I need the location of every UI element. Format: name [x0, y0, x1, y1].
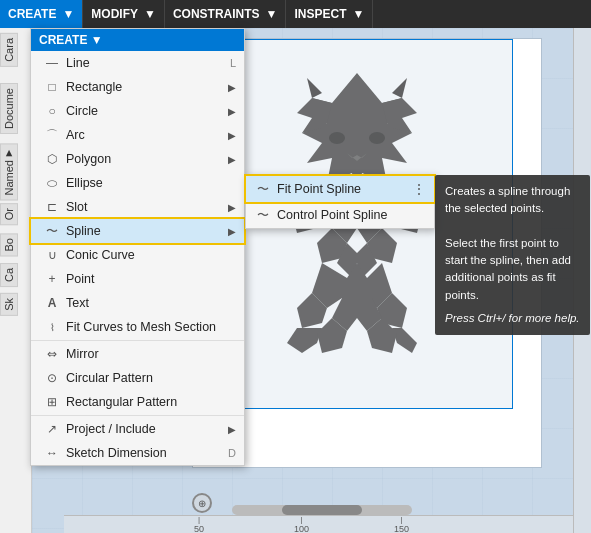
- horizontal-scrollbar[interactable]: [232, 505, 412, 515]
- ruler-mark-150: 150: [394, 516, 409, 534]
- slot-arrow: ▶: [228, 202, 236, 213]
- menu-item-arc[interactable]: ⌒ Arc ▶: [31, 123, 244, 147]
- modify-label: MODIFY: [91, 7, 138, 21]
- svg-point-1: [369, 132, 385, 144]
- menu-item-project-include[interactable]: ↗ Project / Include ▶: [31, 417, 244, 441]
- inspect-menu-button[interactable]: INSPECT ▼: [286, 0, 373, 28]
- rectangle-arrow: ▶: [228, 82, 236, 93]
- arc-arrow: ▶: [228, 130, 236, 141]
- create-menu-button[interactable]: CREATE ▼: [0, 0, 83, 28]
- polygon-arrow: ▶: [228, 154, 236, 165]
- submenu-fit-point-spline[interactable]: 〜 Fit Point Spline ⋮: [246, 176, 434, 202]
- circular-label: Circular Pattern: [66, 371, 153, 385]
- create-dropdown-menu: CREATE ▼ — Line L □ Rectangle ▶ ○ Circle…: [30, 28, 245, 466]
- control-point-spline-icon: 〜: [254, 206, 272, 224]
- menu-item-mirror[interactable]: ⇔ Mirror: [31, 342, 244, 366]
- spline-icon: 〜: [43, 222, 61, 240]
- menu-item-rectangular[interactable]: ⊞ Rectangular Pattern: [31, 390, 244, 414]
- menu-item-conic[interactable]: ∪ Conic Curve: [31, 243, 244, 267]
- spline-label: Spline: [66, 224, 101, 238]
- sketch-dim-shortcut: D: [228, 447, 236, 459]
- menu-item-ellipse[interactable]: ⬭ Ellipse: [31, 171, 244, 195]
- ruler-mark-100: 100: [294, 516, 309, 534]
- menu-item-point[interactable]: + Point: [31, 267, 244, 291]
- left-sidebar: Cara Docume Named▼ Or Bo Ca Sk: [0, 28, 32, 533]
- rectangular-icon: ⊞: [43, 393, 61, 411]
- ellipse-label: Ellipse: [66, 176, 103, 190]
- polygon-icon: ⬡: [43, 150, 61, 168]
- project-arrow: ▶: [228, 424, 236, 435]
- rectangle-label: Rectangle: [66, 80, 122, 94]
- constraints-menu-button[interactable]: CONSTRAINTS ▼: [165, 0, 287, 28]
- constraints-label: CONSTRAINTS: [173, 7, 260, 21]
- separator-2: [31, 415, 244, 416]
- menu-item-sketch-dimension[interactable]: ↔ Sketch Dimension D: [31, 441, 244, 465]
- submenu-control-point-spline[interactable]: 〜 Control Point Spline: [246, 202, 434, 228]
- create-label: CREATE: [8, 7, 56, 21]
- fit-point-spline-icon: 〜: [254, 180, 272, 198]
- create-caret: ▼: [62, 7, 74, 21]
- circle-label: Circle: [66, 104, 98, 118]
- fit-curves-icon: ⌇: [43, 318, 61, 336]
- mirror-icon: ⇔: [43, 345, 61, 363]
- sketch-dim-icon: ↔: [43, 444, 61, 462]
- rectangular-label: Rectangular Pattern: [66, 395, 177, 409]
- sidebar-cara[interactable]: Cara: [0, 33, 18, 67]
- sketch-dim-label: Sketch Dimension: [66, 446, 167, 460]
- menu-item-spline[interactable]: 〜 Spline ▶: [31, 219, 244, 243]
- point-icon: +: [43, 270, 61, 288]
- separator-1: [31, 340, 244, 341]
- arc-icon: ⌒: [43, 126, 61, 144]
- ruler-mark-50: 50: [194, 516, 204, 534]
- mirror-label: Mirror: [66, 347, 99, 361]
- tooltip-box: Creates a spline through the selected po…: [435, 175, 590, 335]
- slot-label: Slot: [66, 200, 88, 214]
- modify-caret: ▼: [144, 7, 156, 21]
- fit-curves-label: Fit Curves to Mesh Section: [66, 320, 216, 334]
- slot-icon: ⊏: [43, 198, 61, 216]
- menu-item-text[interactable]: A Text: [31, 291, 244, 315]
- line-shortcut: L: [230, 57, 236, 69]
- modify-menu-button[interactable]: MODIFY ▼: [83, 0, 165, 28]
- text-icon: A: [43, 294, 61, 312]
- inspect-label: INSPECT: [294, 7, 346, 21]
- point-label: Point: [66, 272, 95, 286]
- menu-item-circle[interactable]: ○ Circle ▶: [31, 99, 244, 123]
- sidebar-ca[interactable]: Ca: [0, 263, 18, 287]
- menu-header-label: CREATE ▼: [39, 33, 103, 47]
- menu-item-slot[interactable]: ⊏ Slot ▶: [31, 195, 244, 219]
- sidebar-or[interactable]: Or: [0, 203, 18, 225]
- spline-submenu: 〜 Fit Point Spline ⋮ 〜 Control Point Spl…: [245, 175, 435, 229]
- sidebar-document[interactable]: Docume: [0, 83, 18, 134]
- control-point-spline-label: Control Point Spline: [277, 208, 387, 222]
- arc-label: Arc: [66, 128, 85, 142]
- menu-item-line[interactable]: — Line L: [31, 51, 244, 75]
- menu-header: CREATE ▼: [31, 29, 244, 51]
- line-icon: —: [43, 54, 61, 72]
- conic-icon: ∪: [43, 246, 61, 264]
- circular-icon: ⊙: [43, 369, 61, 387]
- menu-item-polygon[interactable]: ⬡ Polygon ▶: [31, 147, 244, 171]
- menu-item-circular[interactable]: ⊙ Circular Pattern: [31, 366, 244, 390]
- conic-label: Conic Curve: [66, 248, 135, 262]
- circle-icon: ○: [43, 102, 61, 120]
- scrollbar-handle[interactable]: [282, 505, 362, 515]
- menu-item-rectangle[interactable]: □ Rectangle ▶: [31, 75, 244, 99]
- project-include-icon: ↗: [43, 420, 61, 438]
- inspect-caret: ▼: [352, 7, 364, 21]
- sidebar-sk[interactable]: Sk: [0, 293, 18, 316]
- rectangle-icon: □: [43, 78, 61, 96]
- fit-point-dots: ⋮: [412, 181, 426, 197]
- tooltip-shortcut: Press Ctrl+/ for more help.: [445, 310, 580, 327]
- sidebar-named[interactable]: Named▼: [0, 143, 18, 200]
- orbit-icon[interactable]: ⊕: [192, 493, 212, 513]
- tooltip-description: Creates a spline through the selected po…: [445, 183, 580, 218]
- menu-item-fit-curves[interactable]: ⌇ Fit Curves to Mesh Section: [31, 315, 244, 339]
- polygon-label: Polygon: [66, 152, 111, 166]
- tooltip-instruction: Select the first point to start the spli…: [445, 235, 580, 304]
- ellipse-icon: ⬭: [43, 174, 61, 192]
- sidebar-bo[interactable]: Bo: [0, 233, 18, 256]
- main-toolbar: CREATE ▼ MODIFY ▼ CONSTRAINTS ▼ INSPECT …: [0, 0, 591, 28]
- line-label: Line: [66, 56, 90, 70]
- svg-point-0: [329, 132, 345, 144]
